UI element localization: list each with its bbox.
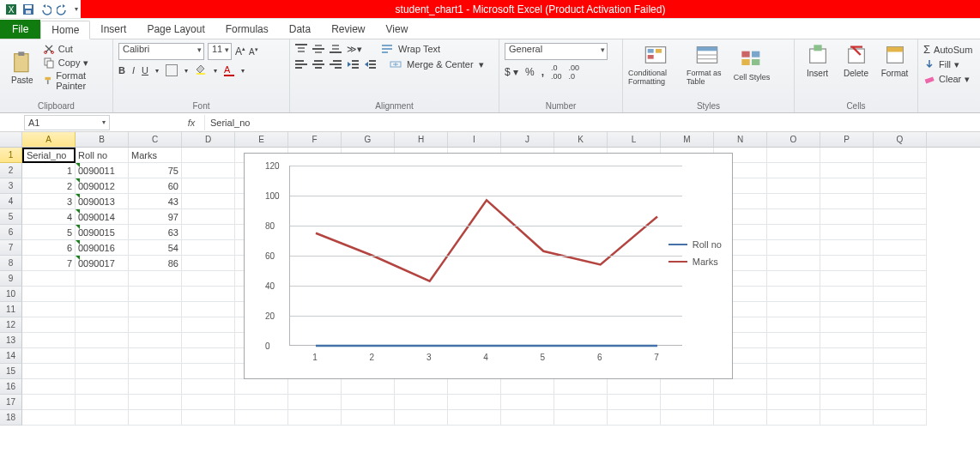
qat-dropdown-icon[interactable]: ▾ (72, 2, 81, 17)
cell[interactable] (129, 271, 182, 287)
cell[interactable] (874, 256, 927, 271)
formula-bar[interactable]: Serial_no (204, 115, 980, 130)
cell[interactable] (182, 348, 235, 364)
cell[interactable] (342, 395, 395, 410)
col-header[interactable]: G (342, 132, 395, 147)
cell[interactable] (767, 225, 820, 240)
name-box[interactable]: A1▾ (24, 115, 110, 130)
cell[interactable] (874, 410, 927, 426)
cell[interactable] (342, 379, 395, 395)
cell[interactable] (395, 410, 448, 426)
cell[interactable] (820, 364, 874, 379)
cell[interactable] (820, 178, 874, 194)
row-header[interactable]: 10 (0, 287, 22, 302)
decrease-indent-icon[interactable] (347, 58, 359, 70)
cell[interactable] (767, 287, 820, 302)
save-icon[interactable] (21, 2, 36, 17)
font-size-select[interactable]: 11 (208, 43, 232, 60)
cell[interactable] (76, 271, 129, 287)
tab-page-layout[interactable]: Page Layout (136, 20, 215, 39)
cell[interactable] (874, 395, 927, 410)
cell[interactable]: 0090017 (76, 256, 129, 271)
fx-icon[interactable]: fx (178, 118, 204, 128)
cell[interactable]: 4 (22, 209, 76, 225)
cell[interactable] (22, 364, 76, 379)
col-header[interactable]: J (501, 132, 554, 147)
cell[interactable] (182, 302, 235, 317)
cell[interactable] (448, 410, 501, 426)
cell[interactable] (448, 379, 501, 395)
row-header[interactable]: 3 (0, 178, 22, 194)
cell[interactable] (874, 333, 927, 348)
cell[interactable] (22, 333, 76, 348)
cell[interactable] (714, 410, 767, 426)
cell[interactable] (182, 148, 235, 163)
cell[interactable] (874, 287, 927, 302)
cell[interactable] (76, 333, 129, 348)
paste-button[interactable]: Paste (5, 50, 39, 85)
cell[interactable] (76, 395, 129, 410)
cell[interactable] (608, 410, 661, 426)
cell[interactable] (501, 410, 554, 426)
cell[interactable] (129, 364, 182, 379)
col-header[interactable]: P (820, 132, 874, 147)
cell[interactable]: 7 (22, 256, 76, 271)
cell[interactable] (874, 317, 927, 333)
cell[interactable]: 0090015 (76, 225, 129, 240)
cell[interactable] (395, 379, 448, 395)
cell[interactable] (235, 379, 288, 395)
percent-button[interactable]: % (525, 66, 535, 78)
align-center-icon[interactable] (312, 58, 324, 70)
cell[interactable] (182, 225, 235, 240)
cell[interactable]: 0090013 (76, 194, 129, 209)
col-header[interactable]: E (235, 132, 288, 147)
cell[interactable] (820, 209, 874, 225)
col-header[interactable]: N (714, 132, 767, 147)
cell[interactable] (501, 379, 554, 395)
cell[interactable] (608, 395, 661, 410)
cell[interactable] (874, 209, 927, 225)
cell[interactable] (76, 317, 129, 333)
col-header[interactable]: M (661, 132, 714, 147)
cell[interactable] (874, 163, 927, 178)
cell[interactable]: 3 (22, 194, 76, 209)
col-header[interactable]: B (76, 132, 129, 147)
cell[interactable]: 60 (129, 178, 182, 194)
cell[interactable] (820, 148, 874, 163)
cell[interactable] (874, 240, 927, 256)
cell[interactable] (235, 410, 288, 426)
cell[interactable] (182, 256, 235, 271)
cell[interactable] (820, 410, 874, 426)
row-header[interactable]: 12 (0, 317, 22, 333)
clear-button[interactable]: Clear ▾ (923, 73, 973, 85)
cell[interactable] (874, 302, 927, 317)
tab-file[interactable]: File (0, 20, 40, 39)
cell[interactable] (714, 395, 767, 410)
cell[interactable] (288, 410, 342, 426)
cell[interactable] (129, 395, 182, 410)
cell[interactable]: 0090016 (76, 240, 129, 256)
cell[interactable] (767, 395, 820, 410)
col-header[interactable]: I (448, 132, 501, 147)
cell[interactable] (767, 256, 820, 271)
row-header[interactable]: 16 (0, 379, 22, 395)
number-format-select[interactable]: General (505, 43, 608, 60)
cell[interactable] (288, 379, 342, 395)
cell[interactable] (820, 333, 874, 348)
cell[interactable] (76, 364, 129, 379)
cell-styles-button[interactable]: Cell Styles (731, 47, 772, 82)
cell[interactable] (129, 287, 182, 302)
row-header[interactable]: 6 (0, 225, 22, 240)
cell[interactable] (22, 379, 76, 395)
cell[interactable] (608, 379, 661, 395)
cell[interactable] (129, 410, 182, 426)
align-bottom-icon[interactable] (330, 43, 342, 55)
tab-home[interactable]: Home (40, 21, 90, 39)
cell[interactable] (22, 271, 76, 287)
bold-button[interactable]: B (118, 65, 125, 75)
row-header[interactable]: 9 (0, 271, 22, 287)
cell[interactable]: Roll no (76, 148, 129, 163)
tab-review[interactable]: Review (321, 20, 375, 39)
cell[interactable] (767, 333, 820, 348)
cell[interactable] (395, 395, 448, 410)
